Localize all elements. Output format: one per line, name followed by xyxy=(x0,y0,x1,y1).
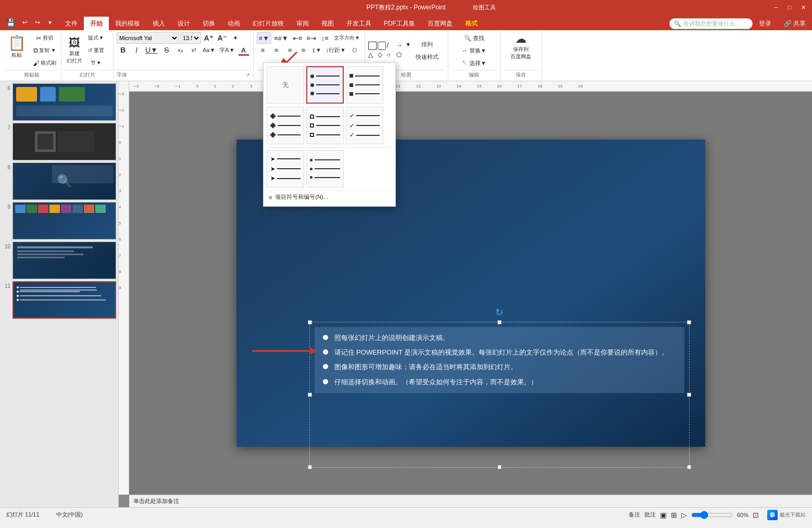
font-dialog-btn[interactable]: ↗ xyxy=(246,72,250,78)
text-box[interactable]: 照每张幻灯片上的说明创建演示文稿。 请记住 POWERPOINT 是演示文稿的视… xyxy=(315,327,684,393)
reset-btn[interactable]: ↺ 重置 xyxy=(86,45,106,56)
tab-file[interactable]: 文件 xyxy=(59,17,84,30)
char-spacing-btn[interactable]: 字A▼ xyxy=(218,44,236,56)
increase-indent-btn[interactable]: ≡⇥ xyxy=(305,32,318,44)
select-btn[interactable]: ↖ 选择▼ xyxy=(460,57,488,69)
fit-page-btn[interactable]: ⊡ xyxy=(753,511,759,519)
bullet-none-btn[interactable]: 无 xyxy=(267,66,304,104)
view-reading-btn[interactable]: ▷ xyxy=(681,511,687,519)
bullet-check-btn[interactable]: ✓ ✓ ✓ xyxy=(346,107,383,144)
zoom-slider[interactable] xyxy=(691,511,733,519)
slide-thumb-11[interactable]: 11 xyxy=(2,281,116,319)
save-qa-btn[interactable]: 💾 xyxy=(4,17,17,28)
save-to-cloud-btn[interactable]: ☁ 保存到百度网盘 xyxy=(508,32,533,60)
font-grow-btn[interactable]: A⁺ xyxy=(202,32,215,44)
numbering-btn[interactable]: ≡#▼ xyxy=(272,32,290,44)
font-name-select[interactable]: Microsoft Yal xyxy=(117,32,179,44)
case-btn[interactable]: Aa▼ xyxy=(201,44,217,56)
replace-btn[interactable]: ↔ 替换▼ xyxy=(460,45,488,56)
underline-btn[interactable]: U▼ xyxy=(144,44,159,56)
tab-transitions[interactable]: 切换 xyxy=(196,17,221,30)
shape-diamond[interactable]: ◇ xyxy=(378,51,386,59)
font-shrink-btn[interactable]: A⁻ xyxy=(216,32,228,44)
maximize-btn[interactable]: □ xyxy=(785,3,794,12)
comments-btn[interactable]: 批注 xyxy=(644,511,656,519)
bullets-btn[interactable]: ≡▼ xyxy=(257,32,271,44)
tab-mytemplate[interactable]: 我的模板 xyxy=(109,17,146,30)
tab-home[interactable]: 开始 xyxy=(84,17,109,30)
arrange-btn[interactable]: 排列 xyxy=(414,39,440,50)
line-spacing-btn[interactable]: ↕行距▼ xyxy=(324,44,347,56)
cut-btn[interactable]: ✂剪切 xyxy=(31,32,58,44)
columns-btn[interactable]: ⫿▼ xyxy=(311,44,323,56)
close-btn[interactable]: ✕ xyxy=(798,3,808,12)
section-btn[interactable]: 节▼ xyxy=(86,57,106,69)
notes-btn[interactable]: 备注 xyxy=(629,511,640,519)
find-btn[interactable]: 🔍 查找 xyxy=(463,32,486,44)
bullet-dropdown[interactable]: 无 xyxy=(263,62,396,207)
bullet-diamond-btn[interactable] xyxy=(267,107,304,144)
shape-more[interactable]: ▼ xyxy=(406,42,411,50)
font-color-btn[interactable]: A xyxy=(238,44,250,56)
strikethrough-btn[interactable]: S xyxy=(160,44,173,56)
handle-ml[interactable] xyxy=(308,393,312,397)
view-sorter-btn[interactable]: ⊞ xyxy=(671,511,677,519)
bullet-filled-square-btn[interactable] xyxy=(346,66,383,104)
decrease-indent-btn[interactable]: ⇤≡ xyxy=(291,32,304,44)
shape-circle[interactable]: ○ xyxy=(387,51,395,59)
slide-thumb-6[interactable]: 6 xyxy=(2,83,116,121)
format-painter-btn[interactable]: 🖌格式刷 xyxy=(31,57,58,69)
handle-mr[interactable] xyxy=(687,393,691,397)
add-notes-text[interactable]: 单击此处添加备注 xyxy=(133,497,179,505)
align-right-btn[interactable]: ≡ xyxy=(284,44,296,56)
bullet-small-circle-btn[interactable] xyxy=(306,150,344,187)
handle-tr[interactable] xyxy=(687,320,691,324)
login-btn[interactable]: 登录 xyxy=(753,17,778,30)
layout-btn[interactable]: 版式▼ xyxy=(86,32,106,44)
slide-thumb-9[interactable]: 9 xyxy=(2,202,116,240)
bullet-filled-circle-btn[interactable] xyxy=(306,66,344,104)
tab-view[interactable]: 视图 xyxy=(315,17,340,30)
copy-btn[interactable]: ⧉复制 ▼ xyxy=(31,45,58,56)
paste-btn[interactable]: 📋 粘贴 xyxy=(5,32,28,60)
handle-bc[interactable] xyxy=(497,465,502,469)
rotate-handle[interactable]: ↻ xyxy=(495,307,503,318)
view-normal-btn[interactable]: ▣ xyxy=(660,511,667,519)
tab-pdf[interactable]: PDF工具集 xyxy=(378,17,421,30)
subscript-btn[interactable]: x₂ xyxy=(174,44,186,56)
align-center-btn[interactable]: ≡ xyxy=(270,44,283,56)
shape-rounded-rect[interactable] xyxy=(378,42,386,50)
text-direction-btn[interactable]: 文字方向▼ xyxy=(332,32,361,44)
shape-rect[interactable] xyxy=(368,42,377,50)
new-slide-btn[interactable]: 🖼 新建幻灯片 xyxy=(65,36,84,65)
tab-animations[interactable]: 动画 xyxy=(221,17,246,30)
superscript-btn[interactable]: x² xyxy=(188,44,200,56)
slide-thumb-7[interactable]: 7 xyxy=(2,123,116,160)
shape-triangle[interactable]: △ xyxy=(368,51,377,59)
smart-art-btn[interactable]: ⬡ xyxy=(348,44,361,56)
shape-pentagon[interactable]: ⬠ xyxy=(396,51,405,59)
handle-bl[interactable] xyxy=(308,465,312,469)
tab-baidu[interactable]: 百度网盘 xyxy=(421,17,459,30)
slide-thumb-10[interactable]: 10 xyxy=(2,242,116,279)
handle-br[interactable] xyxy=(687,465,691,469)
undo-qa-btn[interactable]: ↩ xyxy=(20,18,30,27)
justify-btn[interactable]: ≡ xyxy=(297,44,310,56)
tab-review[interactable]: 审阅 xyxy=(290,17,315,30)
customize-qa-btn[interactable]: ▼ xyxy=(45,19,55,27)
redo-qa-btn[interactable]: ↪ xyxy=(33,18,42,27)
quick-styles-btn[interactable]: 快速样式 xyxy=(414,51,440,62)
tab-insert[interactable]: 插入 xyxy=(146,17,171,30)
tab-developer[interactable]: 开发工具 xyxy=(340,17,378,30)
share-btn[interactable]: 🔗 共享 xyxy=(778,17,812,30)
tab-slideshow[interactable]: 幻灯片放映 xyxy=(246,17,290,30)
search-box[interactable]: 🔍 告诉我您想要做什么... xyxy=(669,18,753,29)
shape-line[interactable]: / xyxy=(387,42,395,50)
tab-design[interactable]: 设计 xyxy=(171,17,196,30)
minimize-btn[interactable]: ─ xyxy=(771,3,781,12)
bold-btn[interactable]: B xyxy=(117,44,129,56)
align-left-btn[interactable]: ≡ xyxy=(257,44,269,56)
handle-tl[interactable] xyxy=(308,320,312,324)
italic-btn[interactable]: I xyxy=(130,44,143,56)
bullet-hollow-square-btn[interactable] xyxy=(306,107,344,144)
